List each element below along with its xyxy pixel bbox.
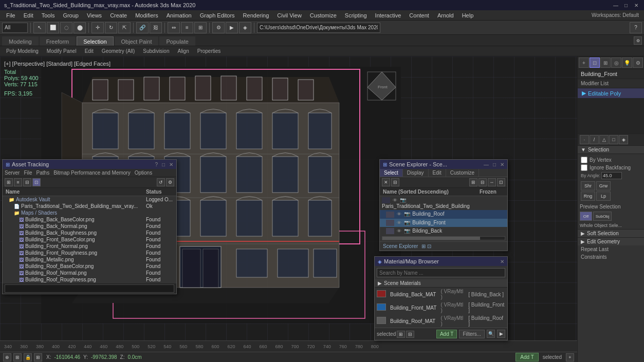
material-close-btn[interactable]: ✕ xyxy=(500,259,504,264)
eye-icon-3[interactable]: 👁 xyxy=(397,220,401,225)
cmd-tab-poly-modeling[interactable]: Poly Modeling xyxy=(2,47,43,56)
scene-tb-filter[interactable]: ⊟ xyxy=(391,178,399,186)
asset-menu-server[interactable]: Server xyxy=(5,170,20,176)
menu-customize[interactable]: Customize xyxy=(306,10,341,21)
table-row[interactable]: 🖼Building_Back_BaseColor.png Found xyxy=(3,216,176,223)
scene-tb-expand[interactable]: ⊞ xyxy=(469,178,477,186)
scene-tab-select[interactable]: Select xyxy=(380,169,403,177)
vert-icon[interactable]: · xyxy=(580,135,589,144)
add-t-button[interactable]: Add T xyxy=(516,353,539,361)
create-sel-set-btn[interactable]: + xyxy=(566,353,574,361)
status-icon1[interactable]: ⊕ xyxy=(3,353,11,361)
table-row[interactable]: 🖼Building_Front_Normal.png Found xyxy=(3,243,176,250)
asset-settings-btn[interactable]: ⚙ xyxy=(166,178,174,186)
minimize-btn[interactable]: — xyxy=(612,2,619,9)
table-row[interactable]: 🖼Building_Front_BaseColor.png Found xyxy=(3,236,176,243)
rect-select-btn[interactable]: ⬜ xyxy=(47,22,59,33)
table-row[interactable]: 📁Autodesk Vault Logged O... xyxy=(3,196,176,203)
scene-tb-collapse[interactable]: ⊟ xyxy=(479,178,487,186)
table-row[interactable]: 🖼Building_Metallic.png Found xyxy=(3,256,176,263)
mat-search-btn[interactable]: 🔍 xyxy=(487,330,495,338)
menu-modifiers[interactable]: Modifiers xyxy=(131,10,162,21)
asset-search-input[interactable] xyxy=(5,284,174,293)
asset-refresh-btn[interactable]: ↺ xyxy=(157,178,165,186)
edit-geometry-header[interactable]: ▶ Edit Geometry xyxy=(578,237,644,245)
cmd-tab-edit[interactable]: Edit xyxy=(81,47,98,56)
table-row[interactable]: 🖼Building_Front_Roughness.png Found xyxy=(3,250,176,256)
table-row[interactable]: Building_Back_MAT ( VRayMtl ) [ Bilding_… xyxy=(375,288,507,301)
mat-tb1[interactable]: ⊞ xyxy=(397,331,405,338)
poly-icon[interactable]: □ xyxy=(609,135,618,144)
asset-maximize-btn[interactable]: □ xyxy=(162,162,165,167)
lasso-select-btn[interactable]: ◌ xyxy=(60,22,72,33)
asset-tb-1[interactable]: ⊞ xyxy=(5,178,13,186)
asset-tb-2[interactable]: ≡ xyxy=(14,178,22,186)
material-search-input[interactable] xyxy=(377,268,505,277)
grow-btn[interactable]: Grw xyxy=(596,181,611,190)
scale-btn[interactable]: ⇱ xyxy=(118,22,131,33)
scene-close-btn[interactable]: ✕ xyxy=(500,162,504,167)
status-lock-btn[interactable]: 🔒 xyxy=(24,353,32,361)
mat-arrow-btn[interactable]: ▶ xyxy=(497,330,505,338)
table-row[interactable]: 🖼Building_Roof_BaseColor.png Found xyxy=(3,263,176,270)
cmd-tab-subdivision[interactable]: Subdivision xyxy=(139,47,173,56)
viewport[interactable]: [+] [Perspective] [Standard] [Edged Face… xyxy=(0,56,577,362)
asset-tb-3[interactable]: ⊟ xyxy=(23,178,31,186)
status-grid-btn[interactable]: ⊞ xyxy=(34,353,42,361)
select-btn[interactable]: ↖ xyxy=(33,22,46,33)
align-btn[interactable]: ≡ xyxy=(181,22,193,33)
scene-tb-settings[interactable]: ⊡ xyxy=(497,178,505,186)
menu-civil-view[interactable]: Civil View xyxy=(273,10,305,21)
layer-btn[interactable]: ⊞ xyxy=(194,22,207,33)
cmd-tab-geometry[interactable]: Geometry (All) xyxy=(98,47,139,56)
table-row[interactable]: Building_Roof_MAT ( VRayMtl ) [ Building… xyxy=(375,314,507,328)
menu-arnold[interactable]: Arnold xyxy=(433,10,458,21)
by-vertex-checkbox[interactable] xyxy=(581,157,587,163)
paint-select-btn[interactable]: ⬤ xyxy=(73,22,86,33)
table-row[interactable]: 👁 📷 Bilding_Back xyxy=(380,227,507,235)
menu-content[interactable]: Content xyxy=(405,10,433,21)
eye-icon-2[interactable]: 👁 xyxy=(397,212,401,217)
eye-icon-4[interactable]: 👁 xyxy=(397,228,401,234)
table-row-selected[interactable]: 👁 📷 Building_Front xyxy=(380,219,507,227)
asset-menu-file[interactable]: File xyxy=(24,170,32,176)
col-status[interactable]: Status xyxy=(143,188,176,196)
table-row[interactable]: 📁Maps / Shaders xyxy=(3,209,176,216)
border-icon[interactable]: △ xyxy=(599,135,609,144)
material-editor-btn[interactable]: ◈ xyxy=(239,22,251,33)
unlink-btn[interactable]: ⛓ xyxy=(150,22,162,33)
menu-views[interactable]: Views xyxy=(83,10,106,21)
tab-modeling[interactable]: Modeling xyxy=(2,36,39,46)
scene-col-name[interactable]: Name (Sorted Descending) xyxy=(380,188,476,196)
close-btn[interactable]: ✕ xyxy=(633,2,640,9)
soft-selection-header[interactable]: ▶ Soft Selection xyxy=(578,229,644,237)
menu-create[interactable]: Create xyxy=(106,10,131,21)
asset-menu-paths[interactable]: Paths xyxy=(36,170,50,176)
menu-animation[interactable]: Animation xyxy=(162,10,196,21)
mat-tb2[interactable]: ⊟ xyxy=(406,331,414,338)
col-name[interactable]: Name xyxy=(3,188,143,196)
modifier-list-item[interactable]: ▶ Editable Poly xyxy=(578,88,644,98)
scene-tab-edit[interactable]: Edit xyxy=(429,169,446,177)
selection-header[interactable]: ▼ Selection xyxy=(578,146,644,154)
menu-graph-editors[interactable]: Graph Editors xyxy=(196,10,239,21)
ignore-backfacing-checkbox[interactable] xyxy=(581,164,587,171)
menu-file[interactable]: File xyxy=(2,10,20,21)
scene-tab-customize[interactable]: Customize xyxy=(446,169,479,177)
menu-tools[interactable]: Tools xyxy=(38,10,59,21)
scene-minimize-btn[interactable]: — xyxy=(484,162,489,167)
rotate-btn[interactable]: ↻ xyxy=(105,22,117,33)
ring-btn[interactable]: Rng xyxy=(581,192,595,201)
add-t-btn[interactable]: Add T xyxy=(436,330,457,338)
table-row[interactable]: 👁 📷 Building_Roof xyxy=(380,210,507,218)
menu-help[interactable]: Help xyxy=(458,10,478,21)
scene-materials-header[interactable]: ▶ Scene Materials xyxy=(375,279,507,288)
render-setup-btn[interactable]: ⚙ xyxy=(212,22,225,33)
subobj-btn[interactable]: SubObj xyxy=(593,212,612,221)
scene-maximize-btn[interactable]: □ xyxy=(493,162,496,167)
by-angle-input[interactable] xyxy=(601,172,622,179)
asset-close-btn[interactable]: ✕ xyxy=(169,162,173,167)
eye-icon-1[interactable]: 👁 xyxy=(393,198,397,203)
filters-btn[interactable]: Filters... xyxy=(459,330,485,338)
asset-minimize-btn[interactable]: ? xyxy=(155,162,158,167)
